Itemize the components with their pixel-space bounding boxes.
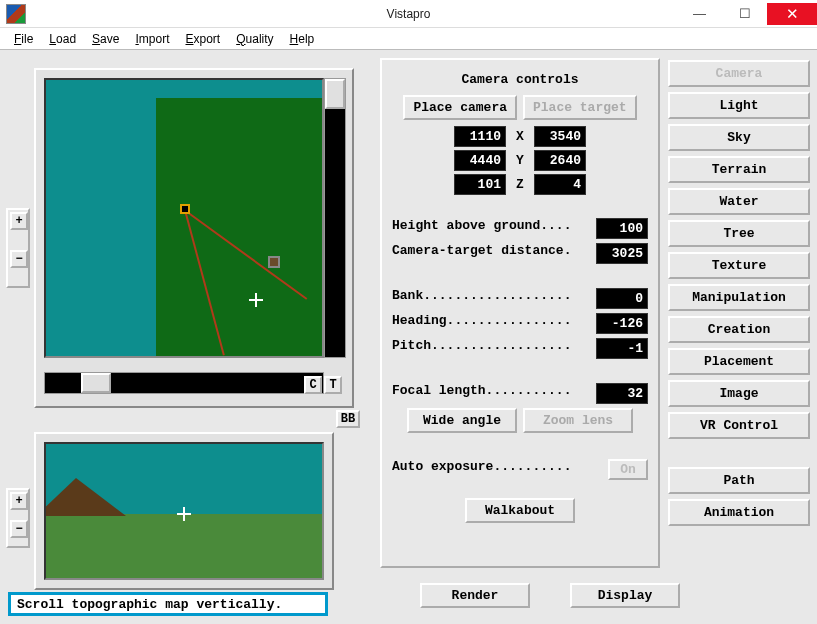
bank-label: Bank...................: [392, 288, 571, 309]
topo-land: [156, 98, 324, 358]
pitch-field[interactable]: -1: [596, 338, 648, 359]
topo-map[interactable]: [44, 78, 324, 358]
side-light[interactable]: Light: [668, 92, 810, 119]
side-vr[interactable]: VR Control: [668, 412, 810, 439]
cam-x-field[interactable]: 1110: [454, 126, 506, 147]
zoom-lens-button[interactable]: Zoom lens: [523, 408, 633, 433]
x-label: X: [512, 129, 528, 144]
topo-hscroll-thumb[interactable]: [81, 373, 111, 393]
topo-frame: C T: [34, 68, 354, 408]
menu-import[interactable]: Import: [131, 32, 173, 46]
topo-zoom-in[interactable]: +: [10, 212, 28, 230]
panel-title: Camera controls: [392, 68, 648, 95]
side-placement[interactable]: Placement: [668, 348, 810, 375]
tgt-y-field[interactable]: 2640: [534, 150, 586, 171]
preview-ground: [46, 514, 322, 578]
side-animation[interactable]: Animation: [668, 499, 810, 526]
side-buttons: Camera Light Sky Terrain Water Tree Text…: [668, 60, 810, 526]
cam-z-field[interactable]: 101: [454, 174, 506, 195]
camera-marker[interactable]: [180, 204, 190, 214]
topo-crosshair: [249, 293, 263, 307]
bank-field[interactable]: 0: [596, 288, 648, 309]
cam-y-field[interactable]: 4440: [454, 150, 506, 171]
bb-button[interactable]: BB: [336, 410, 360, 428]
side-path[interactable]: Path: [668, 467, 810, 494]
menu-bar: File Load Save Import Export Quality Hel…: [0, 28, 817, 50]
side-camera[interactable]: Camera: [668, 60, 810, 87]
side-image[interactable]: Image: [668, 380, 810, 407]
tgt-z-field[interactable]: 4: [534, 174, 586, 195]
heading-field[interactable]: -126: [596, 313, 648, 334]
dist-label: Camera-target distance.: [392, 243, 571, 264]
camera-panel: Camera controls Place camera Place targe…: [380, 58, 660, 568]
topo-zoom-out[interactable]: −: [10, 250, 28, 268]
autoexp-label: Auto exposure..........: [392, 459, 571, 480]
autoexp-toggle[interactable]: On: [608, 459, 648, 480]
menu-file[interactable]: File: [10, 32, 37, 46]
side-texture[interactable]: Texture: [668, 252, 810, 279]
side-water[interactable]: Water: [668, 188, 810, 215]
menu-load[interactable]: Load: [45, 32, 80, 46]
focal-field[interactable]: 32: [596, 383, 648, 404]
display-button[interactable]: Display: [570, 583, 680, 608]
topo-zoom-frame: + −: [6, 208, 30, 288]
menu-export[interactable]: Export: [181, 32, 224, 46]
side-terrain[interactable]: Terrain: [668, 156, 810, 183]
preview-crosshair: [177, 507, 191, 521]
c-button[interactable]: C: [304, 376, 322, 394]
title-bar: Vistapro — ☐ ✕: [0, 0, 817, 28]
menu-quality[interactable]: Quality: [232, 32, 277, 46]
walkabout-button[interactable]: Walkabout: [465, 498, 575, 523]
side-tree[interactable]: Tree: [668, 220, 810, 247]
side-creation[interactable]: Creation: [668, 316, 810, 343]
dist-field[interactable]: 3025: [596, 243, 648, 264]
preview-mountain: [44, 478, 126, 516]
side-manipulation[interactable]: Manipulation: [668, 284, 810, 311]
hag-field[interactable]: 100: [596, 218, 648, 239]
status-bar: Scroll topographic map vertically.: [8, 592, 328, 616]
preview-zoom-out[interactable]: −: [10, 520, 28, 538]
topo-hscroll[interactable]: [44, 372, 324, 394]
bottom-buttons: Render Display: [420, 583, 680, 608]
preview-render[interactable]: [44, 442, 324, 580]
hag-label: Height above ground....: [392, 218, 571, 239]
focal-label: Focal length...........: [392, 383, 571, 404]
t-button[interactable]: T: [324, 376, 342, 394]
pitch-label: Pitch..................: [392, 338, 571, 359]
side-sky[interactable]: Sky: [668, 124, 810, 151]
render-button[interactable]: Render: [420, 583, 530, 608]
topo-vscroll[interactable]: [324, 78, 346, 358]
target-marker[interactable]: [268, 256, 280, 268]
preview-zoom-in[interactable]: +: [10, 492, 28, 510]
menu-save[interactable]: Save: [88, 32, 123, 46]
preview-frame: [34, 432, 334, 590]
wide-angle-button[interactable]: Wide angle: [407, 408, 517, 433]
window-title: Vistapro: [0, 7, 817, 21]
y-label: Y: [512, 153, 528, 168]
tgt-x-field[interactable]: 3540: [534, 126, 586, 147]
heading-label: Heading................: [392, 313, 571, 334]
menu-help[interactable]: Help: [286, 32, 319, 46]
place-target-button[interactable]: Place target: [523, 95, 637, 120]
topo-vscroll-thumb[interactable]: [325, 79, 345, 109]
preview-zoom-frame: + −: [6, 488, 30, 548]
z-label: Z: [512, 177, 528, 192]
client-area: + − C T BB + − Scroll topographic map ve…: [0, 50, 817, 624]
place-camera-button[interactable]: Place camera: [403, 95, 517, 120]
